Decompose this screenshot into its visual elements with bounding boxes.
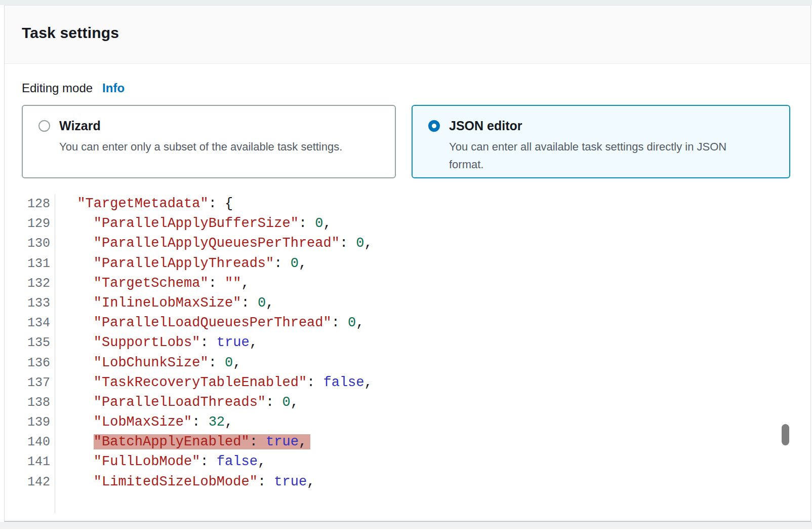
- code-line-text: "FullLobMode": false,: [55, 452, 266, 472]
- line-number: 139: [5, 412, 55, 432]
- code-line: 134 "ParallelLoadQueuesPerThread": 0,: [5, 313, 810, 333]
- code-line: 131 "ParallelApplyThreads": 0,: [5, 254, 810, 274]
- code-line-text: "ParallelApplyBufferSize": 0,: [55, 214, 332, 234]
- tile-json-label: JSON editor: [449, 119, 758, 133]
- line-number: 138: [5, 393, 55, 412]
- line-number: 136: [5, 353, 55, 373]
- editing-mode-row: Editing mode Info: [22, 81, 793, 98]
- radio-unselected-icon[interactable]: [38, 120, 50, 132]
- page-bottom-strip: [0, 522, 812, 529]
- code-line: 130 "ParallelApplyQueuesPerThread": 0,: [5, 234, 810, 253]
- line-number: 142: [5, 472, 55, 492]
- code-line-text: "SupportLobs": true,: [55, 333, 258, 353]
- code-line-text: "ParallelApplyQueuesPerThread": 0,: [55, 234, 373, 253]
- code-lines: 128 "TargetMetadata": {129 "ParallelAppl…: [5, 194, 810, 492]
- tile-json-text: JSON editor You can enter all available …: [449, 119, 758, 173]
- code-line-text: "ParallelLoadQueuesPerThread": 0,: [55, 313, 364, 333]
- code-line: 137 "TaskRecoveryTableEnabled": false,: [5, 373, 810, 393]
- tile-json-editor[interactable]: JSON editor You can enter all available …: [412, 105, 790, 178]
- code-line: 135 "SupportLobs": true,: [5, 333, 810, 353]
- code-line-text: "TargetSchema": "",: [55, 274, 250, 293]
- line-number: 137: [5, 373, 55, 393]
- line-number: 132: [5, 274, 55, 293]
- code-line: 139 "LobMaxSize": 32,: [5, 412, 810, 432]
- tile-json-description: You can enter all available task setting…: [449, 138, 758, 173]
- code-line-text: "LobChunkSize": 0,: [55, 353, 241, 373]
- code-line: 136 "LobChunkSize": 0,: [5, 353, 810, 373]
- gutter-divider: [55, 194, 55, 513]
- tile-wizard-description: You can enter only a subset of the avail…: [59, 138, 342, 156]
- line-number: 134: [5, 313, 55, 333]
- code-line: 132 "TargetSchema": "",: [5, 274, 810, 293]
- info-link[interactable]: Info: [102, 81, 125, 95]
- code-line: 142 "LimitedSizeLobMode": true,: [5, 472, 810, 492]
- code-line: 140 "BatchApplyEnabled": true,: [5, 432, 810, 452]
- code-line-text: "TaskRecoveryTableEnabled": false,: [55, 373, 373, 393]
- highlighted-code: "BatchApplyEnabled": true,: [94, 434, 310, 449]
- line-number: 141: [5, 452, 55, 472]
- editing-mode-label: Editing mode: [22, 81, 93, 95]
- line-number: 135: [5, 333, 55, 353]
- json-code-editor[interactable]: 128 "TargetMetadata": {129 "ParallelAppl…: [5, 194, 810, 522]
- line-number: 130: [5, 234, 55, 253]
- line-number: 133: [5, 293, 55, 313]
- tile-wizard-text: Wizard You can enter only a subset of th…: [59, 119, 342, 156]
- code-line-text: "LobMaxSize": 32,: [55, 412, 233, 432]
- code-line-text: "ParallelApplyThreads": 0,: [55, 254, 307, 274]
- tile-wizard[interactable]: Wizard You can enter only a subset of th…: [22, 105, 396, 178]
- line-number: 131: [5, 254, 55, 274]
- code-line-text: "InlineLobMaxSize": 0,: [55, 293, 274, 313]
- code-line-text: "LimitedSizeLobMode": true,: [55, 472, 315, 492]
- editing-mode-tiles: Wizard You can enter only a subset of th…: [22, 105, 793, 178]
- code-line: 138 "ParallelLoadThreads": 0,: [5, 393, 810, 412]
- page-top-strip: [0, 0, 812, 5]
- code-line: 129 "ParallelApplyBufferSize": 0,: [5, 214, 810, 234]
- line-number: 128: [5, 194, 55, 214]
- line-number: 140: [5, 432, 55, 452]
- code-line-text: "BatchApplyEnabled": true,: [55, 432, 310, 452]
- scrollbar-thumb[interactable]: [782, 424, 789, 445]
- task-settings-panel: Task settings Editing mode Info Wizard Y…: [4, 5, 811, 522]
- code-line-text: "ParallelLoadThreads": 0,: [55, 393, 299, 412]
- code-line: 141 "FullLobMode": false,: [5, 452, 810, 472]
- radio-selected-icon[interactable]: [428, 120, 440, 132]
- code-line-text: "TargetMetadata": {: [55, 194, 233, 214]
- panel-title: Task settings: [22, 24, 810, 42]
- tile-wizard-label: Wizard: [59, 119, 342, 133]
- panel-header: Task settings: [5, 6, 810, 64]
- code-line: 128 "TargetMetadata": {: [5, 194, 810, 214]
- editing-mode-section: Editing mode Info Wizard You can enter o…: [5, 64, 810, 178]
- line-number: 129: [5, 214, 55, 234]
- code-line: 133 "InlineLobMaxSize": 0,: [5, 293, 810, 313]
